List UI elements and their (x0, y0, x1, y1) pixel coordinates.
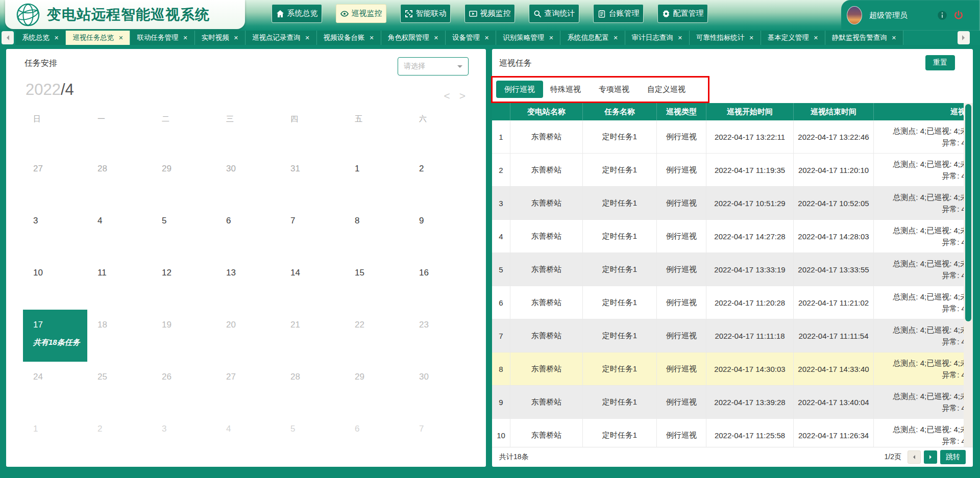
main-nav-button[interactable]: 巡视监控 (336, 4, 386, 23)
close-icon[interactable] (678, 35, 682, 41)
workspace-tab[interactable]: 实时视频 (195, 31, 246, 45)
calendar-day[interactable]: 6 (216, 206, 280, 258)
workspace-tab[interactable]: 视频设备台账 (317, 31, 381, 45)
prev-page-button[interactable] (908, 450, 921, 464)
calendar-day[interactable]: 27 (216, 362, 280, 414)
calendar-day[interactable]: 13 (216, 258, 280, 310)
calendar-day[interactable]: 30 (216, 154, 280, 206)
calendar-day[interactable]: 1 (23, 414, 87, 466)
main-nav-button[interactable]: 查询统计 (529, 4, 579, 23)
calendar-day[interactable]: 10 (23, 258, 87, 310)
close-icon[interactable] (234, 35, 238, 41)
calendar-day[interactable]: 2 (87, 414, 152, 466)
main-nav-button[interactable]: 配置管理 (657, 4, 708, 23)
workspace-tab[interactable]: 巡视点记录查询 (246, 31, 317, 45)
tabs-scroll-left-button[interactable] (2, 31, 14, 44)
calendar-day[interactable]: 8 (345, 206, 409, 258)
next-page-button[interactable] (924, 450, 937, 464)
calendar-day[interactable]: 14 (280, 258, 345, 310)
calendar-day[interactable]: 31 (280, 154, 345, 206)
info-icon[interactable] (937, 10, 947, 20)
table-row[interactable]: 6 东善桥站 定时任务1 例行巡视 2022-04-17 11:20:28 20… (492, 286, 964, 319)
calendar-day[interactable]: 5 (280, 414, 345, 466)
workspace-tab[interactable]: 设备管理 (446, 31, 496, 45)
calendar-day[interactable]: 7 (280, 206, 345, 258)
workspace-tab[interactable]: 基本定义管理 (761, 31, 825, 45)
calendar-day[interactable]: 15 (345, 258, 409, 310)
table-row[interactable]: 8 东善桥站 定时任务1 例行巡视 2022-04-17 14:30:03 20… (492, 353, 964, 386)
close-icon[interactable] (305, 35, 309, 41)
jump-button[interactable]: 跳转 (940, 450, 966, 464)
patrol-type-tab[interactable]: 专项巡视 (599, 85, 629, 94)
close-icon[interactable] (434, 35, 438, 41)
workspace-tab[interactable]: 识别策略管理 (496, 31, 560, 45)
workspace-tab[interactable]: 系统信息配置 (560, 31, 625, 45)
main-nav-button[interactable]: 智能联动 (400, 4, 451, 23)
table-row[interactable]: 3 东善桥站 定时任务1 例行巡视 2022-04-17 10:51:29 20… (492, 187, 964, 220)
calendar-day[interactable]: 4 (216, 414, 280, 466)
table-row[interactable]: 2 东善桥站 定时任务1 例行巡视 2022-04-17 11:19:35 20… (492, 154, 964, 187)
calendar-day[interactable]: 18 (87, 310, 152, 362)
calendar-day[interactable]: 3 (23, 206, 87, 258)
calendar-day[interactable]: 28 (280, 362, 345, 414)
close-icon[interactable] (549, 35, 553, 41)
table-row[interactable]: 7 东善桥站 定时任务1 例行巡视 2022-04-17 11:11:18 20… (492, 319, 964, 353)
prev-month-button[interactable]: < (444, 90, 450, 102)
table-row[interactable]: 1 东善桥站 定时任务1 例行巡视 2022-04-17 13:22:11 20… (492, 120, 964, 154)
calendar-day[interactable]: 16 (409, 258, 473, 310)
close-icon[interactable] (814, 35, 818, 41)
workspace-tab[interactable]: 系统总览 (15, 31, 66, 45)
main-nav-button[interactable]: 台账管理 (593, 4, 644, 23)
calendar-day[interactable]: 26 (152, 362, 216, 414)
workspace-tab[interactable]: 巡视任务总览 (66, 31, 130, 45)
calendar-day[interactable]: 11 (87, 258, 152, 310)
calendar-day[interactable]: 19 (152, 310, 216, 362)
workspace-tab[interactable]: 联动任务管理 (130, 31, 194, 45)
calendar-day[interactable]: 6 (345, 414, 409, 466)
calendar-day[interactable]: 21 (280, 310, 345, 362)
calendar-day[interactable]: 23 (409, 310, 473, 362)
calendar-day[interactable]: 7 (409, 414, 473, 466)
calendar-day[interactable]: 27 (23, 154, 87, 206)
calendar-day[interactable]: 24 (23, 362, 87, 414)
table-row[interactable]: 5 东善桥站 定时任务1 例行巡视 2022-04-17 13:33:19 20… (492, 253, 964, 286)
table-row[interactable]: 4 东善桥站 定时任务1 例行巡视 2022-04-17 14:27:28 20… (492, 220, 964, 253)
patrol-type-tab[interactable]: 例行巡视 (496, 81, 543, 98)
main-nav-button[interactable]: 系统总览 (272, 4, 322, 23)
close-icon[interactable] (183, 35, 187, 41)
calendar-day[interactable]: 20 (216, 310, 280, 362)
next-month-button[interactable]: > (459, 90, 465, 102)
close-icon[interactable] (118, 35, 123, 41)
patrol-type-tab[interactable]: 特殊巡视 (550, 85, 581, 94)
reset-button[interactable]: 重置 (925, 55, 955, 70)
avatar[interactable] (847, 6, 862, 24)
calendar-day[interactable]: 12 (152, 258, 216, 310)
calendar-day[interactable]: 17 共有18条任务 (23, 310, 87, 362)
station-select[interactable]: 请选择 (398, 57, 469, 76)
patrol-type-tab[interactable]: 自定义巡视 (647, 85, 685, 94)
workspace-tab[interactable]: 审计日志查询 (625, 31, 690, 45)
close-icon[interactable] (54, 35, 59, 41)
workspace-tab[interactable]: 静默监视告警查询 (825, 31, 903, 45)
calendar-day[interactable]: 4 (87, 206, 152, 258)
workspace-tab[interactable]: 角色权限管理 (381, 31, 446, 45)
calendar-day[interactable]: 29 (152, 154, 216, 206)
table-row[interactable]: 9 东善桥站 定时任务1 例行巡视 2022-04-17 13:39:28 20… (492, 386, 964, 419)
workspace-tab[interactable]: 可靠性指标统计 (690, 31, 761, 45)
calendar-day[interactable]: 3 (152, 414, 216, 466)
close-icon[interactable] (613, 35, 618, 41)
power-icon[interactable] (953, 10, 964, 20)
main-nav-button[interactable]: 视频监控 (464, 4, 515, 23)
calendar-day[interactable]: 30 (409, 362, 473, 414)
table-row[interactable]: 10 东善桥站 定时任务1 例行巡视 2022-04-17 11:25:58 2… (492, 419, 964, 447)
calendar-day[interactable]: 5 (152, 206, 216, 258)
close-icon[interactable] (370, 35, 374, 41)
close-icon[interactable] (484, 35, 489, 41)
calendar-day[interactable]: 2 (409, 154, 473, 206)
calendar-day[interactable]: 1 (345, 154, 409, 206)
calendar-day[interactable]: 9 (409, 206, 473, 258)
calendar-day[interactable]: 28 (87, 154, 152, 206)
close-icon[interactable] (892, 35, 896, 41)
scrollbar-track[interactable] (964, 103, 973, 447)
calendar-day[interactable]: 29 (345, 362, 409, 414)
